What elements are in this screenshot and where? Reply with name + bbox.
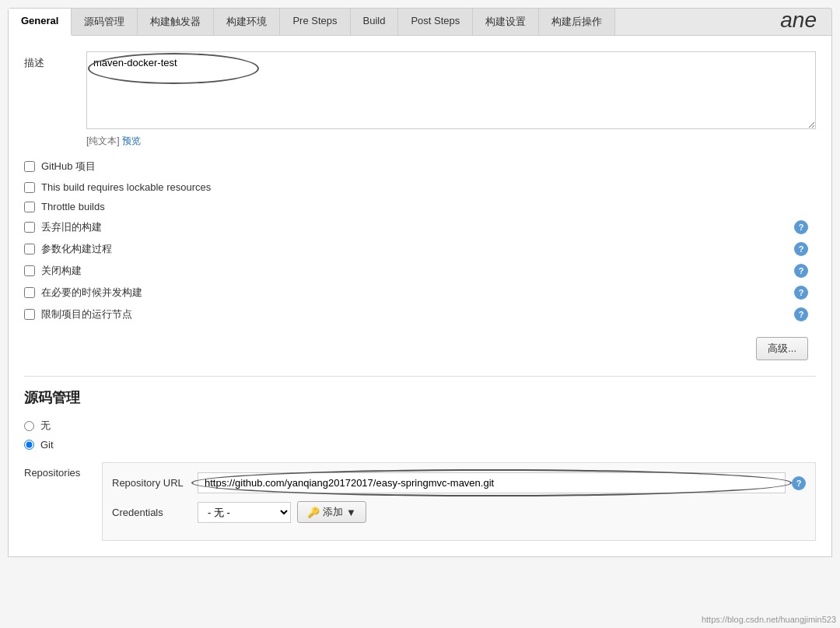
advanced-button[interactable]: 高级...: [756, 337, 808, 360]
checkbox-concurrent: 在必要的时候并发构建 ?: [24, 282, 816, 303]
key-icon: 🔑: [307, 507, 320, 518]
top-right-annotation: ane: [780, 8, 817, 33]
checkbox-disable-build: 关闭构建 ?: [24, 260, 816, 282]
preview-link[interactable]: 预览: [122, 135, 141, 146]
checkbox-throttle: Throttle builds: [24, 197, 816, 216]
textarea-wrapper: [86, 51, 816, 132]
checkbox-parameterized-input[interactable]: [24, 244, 35, 254]
repo-input-wrapper: [198, 472, 786, 493]
checkbox-github: GitHub 项目: [24, 156, 816, 177]
text-links: [纯文本] 预览: [86, 135, 816, 148]
repo-url-row: Repository URL ?: [112, 472, 806, 493]
help-icon-disable-build[interactable]: ?: [794, 264, 808, 278]
radio-none-item: 无: [24, 419, 816, 433]
radio-none-input[interactable]: [24, 421, 34, 431]
add-dropdown-icon: ▼: [346, 507, 356, 518]
repositories-section: Repositories Repository URL ? Credential…: [24, 462, 816, 541]
checkbox-github-input[interactable]: [24, 161, 35, 172]
checkbox-discard-old-input[interactable]: [24, 222, 35, 233]
tab-trigger[interactable]: 构建触发器: [138, 9, 214, 35]
checkbox-restrict-node-input[interactable]: [24, 309, 35, 320]
checkbox-lockable-input[interactable]: [24, 182, 35, 193]
source-management-title: 源码管理: [24, 388, 816, 407]
description-row: 描述 [纯文本] 预览: [24, 51, 816, 148]
checkbox-lockable: This build requires lockable resources: [24, 177, 816, 197]
general-section: 描述 [纯文本] 预览 GitHub 项目: [24, 51, 816, 360]
checkbox-discard-old: 丢弃旧的构建 ?: [24, 216, 816, 238]
radio-git-label: Git: [40, 439, 54, 451]
page-wrapper: ane General 源码管理 构建触发器 构建环境 Pre Steps Bu…: [0, 0, 840, 628]
tab-post-steps[interactable]: Post Steps: [398, 9, 473, 35]
repo-url-input[interactable]: [198, 472, 786, 493]
checkbox-concurrent-label: 在必要的时候并发构建: [41, 286, 142, 300]
checkbox-restrict-node: 限制项目的运行节点 ?: [24, 303, 816, 325]
checkbox-restrict-node-label: 限制项目的运行节点: [41, 307, 132, 321]
checkbox-disable-build-input[interactable]: [24, 265, 35, 276]
tab-post-build[interactable]: 构建后操作: [539, 9, 615, 35]
tab-bar: General 源码管理 构建触发器 构建环境 Pre Steps Build …: [8, 8, 832, 35]
checkbox-discard-old-label: 丢弃旧的构建: [41, 220, 102, 234]
help-icon-discard-old[interactable]: ?: [794, 220, 808, 234]
tab-pre-steps[interactable]: Pre Steps: [280, 9, 350, 35]
repo-url-label: Repository URL: [112, 477, 198, 489]
checkbox-throttle-input[interactable]: [24, 202, 35, 212]
description-label: 描述: [24, 51, 86, 70]
source-management-section: 源码管理 无 Git Repositories Repository URL: [24, 388, 816, 541]
checkbox-github-label: GitHub 项目: [41, 160, 96, 174]
section-divider: [24, 376, 816, 377]
advanced-btn-row: 高级...: [24, 337, 816, 360]
checkbox-parameterized-label: 参数化构建过程: [41, 242, 112, 256]
credentials-select[interactable]: - 无 -: [198, 502, 291, 523]
credentials-row: Credentials - 无 - 🔑 添加 ▼: [112, 501, 806, 523]
help-icon-repo-url[interactable]: ?: [792, 476, 806, 490]
add-button-label: 添加: [323, 505, 343, 519]
tab-source[interactable]: 源码管理: [72, 9, 138, 35]
checkbox-parameterized: 参数化构建过程 ?: [24, 238, 816, 260]
tab-build-env[interactable]: 构建环境: [214, 9, 280, 35]
help-icon-concurrent[interactable]: ?: [794, 286, 808, 300]
help-icon-parameterized[interactable]: ?: [794, 242, 808, 256]
radio-git-input[interactable]: [24, 440, 34, 450]
help-icon-restrict-node[interactable]: ?: [794, 307, 808, 321]
tab-build-settings[interactable]: 构建设置: [473, 9, 539, 35]
radio-git-item: Git: [24, 439, 816, 451]
description-input-area: [纯文本] 预览: [86, 51, 816, 148]
tab-build[interactable]: Build: [351, 9, 399, 35]
checkbox-list: GitHub 项目 This build requires lockable r…: [24, 156, 816, 325]
tab-general[interactable]: General: [9, 9, 72, 36]
repositories-label: Repositories: [24, 462, 102, 479]
content-area: 描述 [纯文本] 预览 GitHub 项目: [8, 35, 832, 557]
description-textarea[interactable]: [86, 51, 816, 129]
add-credentials-button[interactable]: 🔑 添加 ▼: [297, 501, 366, 523]
watermark: https://blog.csdn.net/huangjimin523: [702, 615, 836, 624]
text-format-label: [纯文本]: [86, 135, 120, 146]
checkbox-disable-build-label: 关闭构建: [41, 264, 82, 278]
radio-none-label: 无: [40, 419, 51, 433]
repo-content: Repository URL ? Credentials - 无 -: [102, 462, 816, 541]
checkbox-concurrent-input[interactable]: [24, 287, 35, 298]
credentials-label: Credentials: [112, 507, 198, 518]
checkbox-throttle-label: Throttle builds: [41, 201, 105, 212]
checkbox-lockable-label: This build requires lockable resources: [41, 181, 211, 193]
